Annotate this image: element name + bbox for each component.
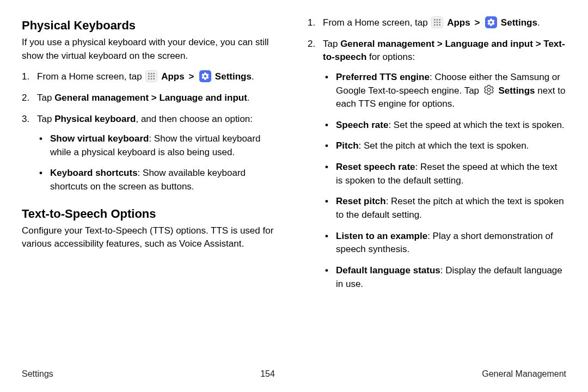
page-footer: Settings 154 General Management [22,369,566,379]
svg-point-15 [434,24,436,26]
physical-keyboards-intro: If you use a physical keyboard with your… [22,36,280,63]
settings-icon [199,70,211,82]
tts-steps: From a Home screen, tap Apps > Settings.… [308,16,566,298]
nav-path: General management > Language and input … [323,39,565,63]
apps-label: Apps [161,71,185,82]
chevron-right-icon: > [474,16,480,30]
text: From a Home screen, tap [37,71,144,82]
right-column: From a Home screen, tap Apps > Settings.… [308,16,566,365]
option-name: Keyboard shortcuts [50,168,138,178]
option-name: Show virtual keyboard [50,133,149,144]
pk-step-1: From a Home screen, tap Apps > Settings. [22,70,280,84]
settings-icon [485,16,497,28]
list-item: Default language status: Display the def… [323,264,566,291]
option-name: Reset pitch [336,196,386,206]
text: . [252,71,254,82]
svg-point-8 [154,78,155,79]
option-desc: : Set the speed at which the text is spo… [388,120,564,130]
text: for options: [366,52,415,62]
pk-options: Show virtual keyboard: Show the virtual … [37,132,280,194]
svg-point-0 [148,73,150,75]
svg-point-2 [154,73,155,75]
option-name: Speech rate [336,120,388,130]
svg-point-17 [439,24,441,26]
svg-point-16 [437,24,438,26]
page-number: 154 [260,369,275,379]
text: . [537,17,540,28]
heading-tts-options: Text-to-Speech Options [22,207,280,221]
svg-point-4 [151,75,152,77]
svg-point-11 [439,19,441,20]
svg-point-10 [437,19,438,20]
pk-step-2: Tap General management > Language and in… [22,91,280,105]
list-item: Listen to an example: Play a short demon… [323,230,566,256]
svg-point-7 [151,78,152,79]
svg-point-3 [148,75,150,77]
nav-path: General management > Language and input [54,93,247,103]
footer-left: Settings [22,369,53,379]
heading-physical-keyboards: Physical Keyboards [22,19,280,33]
footer-right: General Management [482,369,566,379]
pk-step-3: Tap Physical keyboard, and then choose a… [22,113,280,194]
option-name: Preferred TTS engine [336,72,430,82]
chevron-right-icon: > [188,70,194,84]
text: Tap [37,114,54,124]
apps-icon [145,70,157,82]
apps-label: Apps [447,17,470,28]
svg-point-6 [148,78,150,79]
tts-step-1: From a Home screen, tap Apps > Settings. [308,16,566,30]
text: Tap [37,93,54,103]
text: . [247,93,250,103]
page: Physical Keyboards If you use a physical… [0,0,588,392]
settings-label: Settings [501,17,537,28]
svg-point-9 [434,19,436,20]
list-item: Speech rate: Set the speed at which the … [323,119,566,132]
option-name: Reset speech rate [336,162,415,172]
svg-point-13 [437,21,438,23]
settings-inline-label: Settings [499,85,535,96]
list-item: Show virtual keyboard: Show the virtual … [37,132,280,159]
tts-options: Preferred TTS engine: Choose either the … [323,71,566,291]
text: From a Home screen, tap [323,17,430,28]
option-name: Default language status [336,265,440,275]
left-column: Physical Keyboards If you use a physical… [22,16,280,365]
settings-label: Settings [215,71,252,82]
list-item: Preferred TTS engine: Choose either the … [323,71,566,111]
physical-keyboard-label: Physical keyboard [54,114,136,124]
list-item: Pitch: Set the pitch at which the text i… [323,139,566,153]
svg-point-12 [434,21,436,23]
svg-point-14 [439,21,441,23]
svg-point-5 [154,75,155,77]
option-name: Listen to an example [336,231,427,241]
list-item: Keyboard shortcuts: Show available keybo… [37,167,280,193]
svg-point-1 [151,73,152,75]
text: , and then choose an option: [136,114,253,124]
tts-intro: Configure your Text-to-Speech (TTS) opti… [22,224,280,251]
option-desc: : Set the pitch at which the text is spo… [359,140,529,151]
apps-icon [431,16,443,28]
list-item: Reset speech rate: Reset the speed at wh… [323,161,566,187]
gear-icon [483,84,495,96]
text: Tap [323,39,340,49]
option-name: Pitch [336,140,359,151]
tts-step-2: Tap General management > Language and in… [308,38,566,291]
physical-keyboards-steps: From a Home screen, tap Apps > Settings.… [22,70,280,201]
list-item: Reset pitch: Reset the pitch at which th… [323,195,566,222]
